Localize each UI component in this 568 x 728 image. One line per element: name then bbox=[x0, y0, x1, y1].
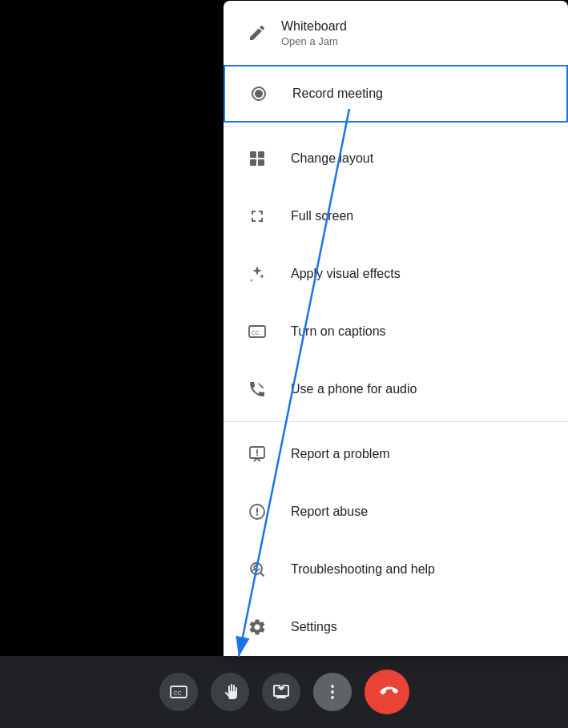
troubleshoot-icon bbox=[243, 560, 272, 579]
menu-item-report-abuse[interactable]: Report abuse bbox=[224, 483, 568, 541]
fullscreen-label: Full screen bbox=[291, 209, 353, 223]
svg-point-13 bbox=[256, 513, 258, 515]
settings-label: Settings bbox=[291, 620, 337, 634]
layout-icon bbox=[243, 149, 272, 168]
menu-item-report-problem[interactable]: Report a problem bbox=[224, 425, 568, 483]
context-menu: Whiteboard Open a Jam Record meeting Cha… bbox=[224, 1, 568, 656]
svg-point-20 bbox=[331, 690, 334, 694]
captions-button[interactable]: CC bbox=[159, 673, 198, 711]
toolbar: CC bbox=[0, 656, 568, 728]
gear-icon bbox=[243, 617, 272, 637]
report-abuse-icon bbox=[243, 502, 272, 521]
svg-text:CC: CC bbox=[173, 690, 181, 696]
more-options-button[interactable] bbox=[313, 673, 352, 711]
svg-rect-4 bbox=[250, 159, 256, 166]
report-problem-icon bbox=[243, 444, 272, 464]
divider-1 bbox=[224, 126, 568, 127]
change-layout-label: Change layout bbox=[291, 151, 373, 166]
menu-item-captions[interactable]: CC Turn on captions bbox=[224, 303, 568, 360]
phone-audio-icon bbox=[243, 380, 272, 399]
svg-rect-5 bbox=[258, 159, 264, 166]
raise-hand-button[interactable] bbox=[211, 673, 249, 711]
svg-point-19 bbox=[331, 685, 334, 688]
share-screen-button[interactable] bbox=[262, 673, 300, 711]
record-icon bbox=[244, 84, 273, 103]
svg-point-1 bbox=[255, 90, 263, 98]
cc-icon: CC bbox=[243, 322, 272, 341]
menu-item-fullscreen[interactable]: Full screen bbox=[224, 187, 568, 245]
whiteboard-sublabel: Open a Jam bbox=[281, 35, 338, 47]
menu-item-whiteboard[interactable]: Whiteboard Open a Jam bbox=[224, 1, 568, 65]
menu-item-record[interactable]: Record meeting bbox=[224, 65, 568, 123]
whiteboard-label: Whiteboard bbox=[281, 19, 347, 34]
svg-rect-2 bbox=[250, 151, 256, 158]
visual-effects-label: Apply visual effects bbox=[291, 267, 401, 281]
menu-item-troubleshoot[interactable]: Troubleshooting and help bbox=[224, 541, 568, 598]
end-call-button[interactable] bbox=[365, 670, 409, 714]
sparkle-icon bbox=[243, 264, 272, 284]
divider-2 bbox=[224, 421, 568, 422]
report-abuse-label: Report abuse bbox=[291, 505, 368, 519]
pencil-icon bbox=[243, 23, 272, 42]
svg-rect-3 bbox=[258, 151, 264, 158]
report-problem-label: Report a problem bbox=[291, 447, 390, 461]
svg-point-10 bbox=[256, 455, 258, 457]
phone-audio-label: Use a phone for audio bbox=[291, 382, 417, 396]
record-label: Record meeting bbox=[292, 86, 383, 101]
menu-item-settings[interactable]: Settings bbox=[224, 598, 568, 656]
svg-point-21 bbox=[331, 696, 334, 699]
troubleshoot-label: Troubleshooting and help bbox=[291, 562, 435, 577]
menu-item-phone-audio[interactable]: Use a phone for audio bbox=[224, 360, 568, 418]
fullscreen-icon bbox=[243, 207, 272, 226]
menu-item-change-layout[interactable]: Change layout bbox=[224, 130, 568, 187]
captions-label: Turn on captions bbox=[291, 324, 386, 339]
menu-item-visual-effects[interactable]: Apply visual effects bbox=[224, 245, 568, 303]
svg-text:CC: CC bbox=[252, 330, 260, 336]
